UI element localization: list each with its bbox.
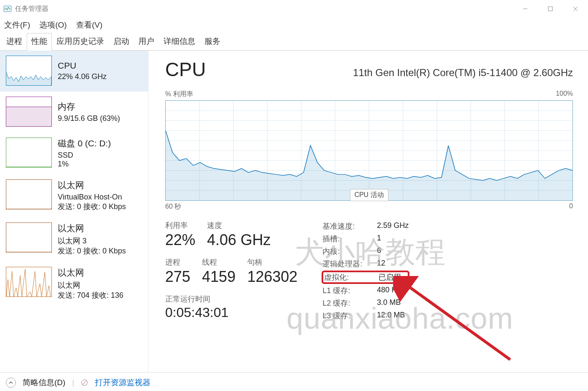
- chart-label-topright: 100%: [556, 90, 573, 99]
- footer: 简略信息(D) | 打开资源监视器: [0, 372, 588, 391]
- sidebar-memory-sub: 9.9/15.6 GB (63%): [58, 114, 120, 123]
- stat-key: 逻辑处理器:: [322, 259, 377, 269]
- stat-key: 插槽:: [322, 234, 377, 244]
- chart-tooltip: CPU 活动: [350, 189, 388, 201]
- svg-rect-5: [6, 107, 51, 127]
- tab-services[interactable]: 服务: [200, 33, 225, 51]
- sidebar-cpu-title: CPU: [58, 61, 107, 71]
- stat-row-1: 插槽:1: [322, 234, 409, 244]
- stat-row-7: L3 缓存:12.0 MB: [322, 311, 409, 321]
- sidebar-item-ethernet-1[interactable]: 以太网 VirtualBox Host-On 发送: 0 接收: 0 Kbps: [0, 174, 148, 217]
- tab-startup[interactable]: 启动: [109, 33, 134, 51]
- cpu-chart[interactable]: CPU 活动: [165, 100, 573, 201]
- sidebar-cpu-sub: 22% 4.06 GHz: [58, 72, 107, 81]
- thumb-cpu: [6, 56, 52, 86]
- minimize-button[interactable]: [513, 0, 538, 18]
- stat-key: L1 缓存:: [322, 286, 377, 296]
- proc-value: 275: [165, 268, 190, 286]
- stat-key: L3 缓存:: [322, 311, 377, 321]
- thumb-eth3: [6, 267, 52, 297]
- sidebar-eth3-sub: 以太网: [58, 280, 123, 290]
- stat-val: 12.0 MB: [377, 311, 405, 321]
- stat-val: 480 KB: [377, 286, 401, 296]
- stat-key: 内核:: [322, 246, 377, 256]
- sidebar-eth1-sub: VirtualBox Host-On: [58, 193, 126, 202]
- sidebar[interactable]: CPU 22% 4.06 GHz 内存 9.9/15.6 GB (63%) 磁盘…: [0, 51, 148, 372]
- sidebar-item-ethernet-2[interactable]: 以太网 以太网 3 发送: 0 接收: 0 Kbps: [0, 217, 148, 262]
- maximize-button[interactable]: [538, 0, 563, 18]
- thumb-eth1: [6, 179, 52, 210]
- task-manager-icon: [3, 5, 12, 13]
- thumb-disk: [6, 138, 52, 168]
- uptime-label: 正常运行时间: [165, 294, 297, 304]
- sidebar-eth1-sub2: 发送: 0 接收: 0 Kbps: [58, 202, 126, 212]
- speed-value: 4.06 GHz: [207, 231, 271, 249]
- sidebar-eth2-sub2: 发送: 0 接收: 0 Kbps: [58, 246, 126, 256]
- stat-val: 1: [377, 234, 381, 244]
- stat-row-0: 基准速度:2.59 GHz: [322, 221, 409, 231]
- sidebar-eth2-title: 以太网: [58, 222, 126, 234]
- util-label: 利用率: [165, 220, 195, 230]
- stat-key: 虚拟化:: [324, 272, 378, 282]
- stat-val: 12: [377, 259, 385, 269]
- chart-label-bottomleft: 60 秒: [165, 202, 181, 211]
- open-resmon-link[interactable]: 打开资源监视器: [95, 377, 151, 388]
- stat-key: L2 缓存:: [322, 298, 377, 308]
- stats-right: 基准速度:2.59 GHz插槽:1内核:6逻辑处理器:12虚拟化:已启用L1 缓…: [322, 221, 409, 323]
- sidebar-eth3-title: 以太网: [58, 267, 123, 279]
- thr-label: 线程: [202, 257, 235, 267]
- cpu-model-name: 11th Gen Intel(R) Core(TM) i5-11400 @ 2.…: [353, 67, 573, 79]
- util-value: 22%: [165, 231, 195, 249]
- menu-options[interactable]: 选项(O): [38, 18, 68, 32]
- tab-strip: 进程 性能 应用历史记录 启动 用户 详细信息 服务: [0, 33, 588, 51]
- main-title: CPU: [165, 58, 206, 81]
- stat-val: 2.59 GHz: [377, 221, 409, 231]
- hnd-label: 句柄: [247, 257, 297, 267]
- sidebar-item-disk[interactable]: 磁盘 0 (C: D:) SSD 1%: [0, 133, 148, 174]
- uptime-value: 0:05:43:01: [165, 305, 297, 320]
- window-title: 任务管理器: [15, 5, 49, 13]
- svg-rect-2: [548, 7, 552, 11]
- sidebar-item-memory[interactable]: 内存 9.9/15.6 GB (63%): [0, 92, 148, 133]
- menu-view[interactable]: 查看(V): [74, 18, 104, 32]
- collapse-icon[interactable]: [6, 378, 16, 388]
- stat-row-5: L1 缓存:480 KB: [322, 286, 409, 296]
- thumb-memory: [6, 97, 52, 127]
- sidebar-eth1-title: 以太网: [58, 179, 126, 191]
- sidebar-eth2-sub: 以太网 3: [58, 236, 126, 246]
- menu-file[interactable]: 文件(F): [3, 18, 32, 32]
- stat-val: 6: [377, 246, 381, 256]
- close-button[interactable]: [563, 0, 588, 18]
- stat-row-2: 内核:6: [322, 246, 409, 256]
- resmon-icon: [81, 379, 88, 386]
- thumb-eth2: [6, 222, 52, 253]
- tab-processes[interactable]: 进程: [2, 33, 27, 51]
- chart-label-topleft: % 利用率: [165, 90, 193, 99]
- svg-line-31: [82, 381, 87, 385]
- brief-info-link[interactable]: 简略信息(D): [23, 377, 65, 388]
- main-pane: CPU 11th Gen Intel(R) Core(TM) i5-11400 …: [148, 51, 588, 372]
- sidebar-disk-sub2: 1%: [58, 160, 111, 169]
- tab-app-history[interactable]: 应用历史记录: [52, 33, 109, 51]
- sidebar-disk-title: 磁盘 0 (C: D:): [58, 138, 111, 149]
- stat-key: 基准速度:: [322, 221, 377, 231]
- sidebar-memory-title: 内存: [58, 101, 120, 112]
- hnd-value: 126302: [247, 268, 297, 286]
- speed-label: 速度: [207, 220, 271, 230]
- stat-row-3: 逻辑处理器:12: [322, 259, 409, 269]
- sidebar-item-ethernet-3[interactable]: 以太网 以太网 发送: 704 接收: 136: [0, 262, 148, 306]
- stat-row-4: 虚拟化:已启用: [322, 271, 409, 283]
- stat-row-6: L2 缓存:3.0 MB: [322, 298, 409, 308]
- stat-val: 已启用: [378, 272, 401, 282]
- sidebar-item-cpu[interactable]: CPU 22% 4.06 GHz: [0, 51, 148, 92]
- thr-value: 4159: [202, 268, 235, 286]
- tab-details[interactable]: 详细信息: [159, 33, 200, 51]
- chart-label-bottomright: 0: [569, 202, 573, 211]
- menubar: 文件(F) 选项(O) 查看(V): [0, 18, 588, 33]
- tab-users[interactable]: 用户: [134, 33, 159, 51]
- sidebar-disk-sub: SSD: [58, 151, 111, 160]
- tab-performance[interactable]: 性能: [27, 33, 52, 51]
- sidebar-eth3-sub2: 发送: 704 接收: 136: [58, 290, 123, 300]
- stat-val: 3.0 MB: [377, 298, 401, 308]
- proc-label: 进程: [165, 257, 190, 267]
